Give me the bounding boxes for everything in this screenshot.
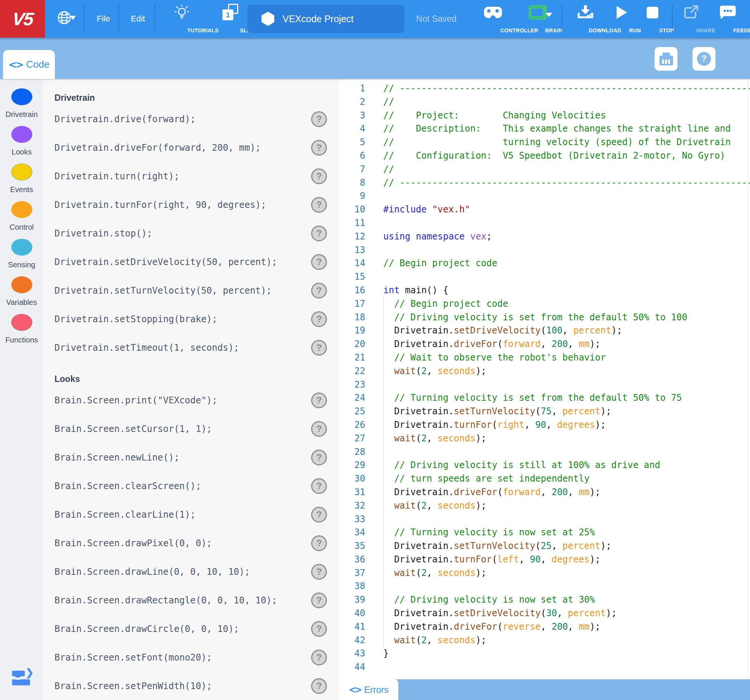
help-button[interactable]: ? xyxy=(311,478,327,494)
command-item[interactable]: Brain.Screen.newLine();? xyxy=(43,443,339,472)
category-label: Functions xyxy=(0,336,43,345)
help-button[interactable]: ? xyxy=(311,650,327,665)
help-button[interactable]: ? xyxy=(311,140,327,155)
command-item[interactable]: Brain.Screen.setCursor(1, 1);? xyxy=(43,415,339,443)
controller-button[interactable]: CONTROLLER xyxy=(467,0,519,38)
command-text: Brain.Screen.drawRectangle(0, 0, 10, 10)… xyxy=(54,595,277,606)
help-button[interactable]: ? xyxy=(311,592,327,608)
command-item[interactable]: Brain.Screen.drawPixel(0, 0);? xyxy=(43,529,339,557)
hexagon-icon xyxy=(261,12,274,26)
file-menu[interactable]: File xyxy=(87,0,120,38)
command-text: Drivetrain.setStopping(brake); xyxy=(54,314,217,325)
line-number: 10 xyxy=(339,203,365,217)
code-text: wait(2, seconds); xyxy=(383,365,487,378)
help-button[interactable]: ? xyxy=(311,311,327,327)
code-text: Drivetrain.setDriveVelocity(100, percent… xyxy=(383,324,622,338)
edit-menu[interactable]: Edit xyxy=(122,0,154,38)
code-line: 38 xyxy=(339,580,750,593)
blocks-icon[interactable]: ❯ xyxy=(9,669,34,692)
device-info-button[interactable] xyxy=(655,47,678,71)
line-number: 30 xyxy=(339,472,365,486)
sidebar-item-control[interactable]: Control xyxy=(0,201,43,232)
help-button[interactable]: ? xyxy=(311,254,327,270)
line-number: 20 xyxy=(339,338,365,351)
command-item[interactable]: Drivetrain.setTurnVelocity(50, percent);… xyxy=(43,276,339,305)
help-button[interactable]: ? xyxy=(311,564,327,580)
code-text: wait(2, seconds); xyxy=(383,499,487,513)
share-button[interactable]: SHARE xyxy=(676,0,705,38)
brain-chevron-down-icon[interactable] xyxy=(546,13,552,17)
code-text: } xyxy=(383,647,389,660)
line-number: 34 xyxy=(339,526,365,540)
help-button[interactable]: ? xyxy=(311,678,327,694)
download-button[interactable]: DOWNLOAD xyxy=(566,0,605,38)
help-button[interactable]: ? xyxy=(311,111,327,127)
command-item[interactable]: Brain.Screen.drawCircle(0, 0, 10);? xyxy=(43,615,339,643)
code-editor[interactable]: 1// ------------------------------------… xyxy=(339,79,750,700)
sidebar-item-sensing[interactable]: Sensing xyxy=(0,239,43,269)
feedback-label: FEEDBACK xyxy=(728,28,750,34)
help-button[interactable]: ? xyxy=(311,340,327,355)
code-text: // turning velocity (speed) of the Drive… xyxy=(383,136,731,149)
sidebar-item-events[interactable]: Events xyxy=(0,163,43,194)
category-label: Sensing xyxy=(0,260,43,269)
line-number: 23 xyxy=(339,378,365,392)
language-menu[interactable] xyxy=(48,0,80,38)
command-item[interactable]: Drivetrain.turn(right);? xyxy=(43,162,339,191)
line-number: 43 xyxy=(339,647,365,660)
tutorials-button[interactable]: TUTORIALS xyxy=(161,0,203,38)
command-item[interactable]: Drivetrain.setStopping(brake);? xyxy=(43,305,339,334)
project-name-button[interactable]: VEXcode Project xyxy=(247,5,404,33)
command-item[interactable]: Brain.Screen.print("VEXcode");? xyxy=(43,386,339,415)
help-button[interactable]: ? xyxy=(311,535,327,551)
sidebar-item-drivetrain[interactable]: Drivetrain xyxy=(0,88,43,119)
v5-logo-text: V5 xyxy=(11,9,34,29)
feedback-button[interactable]: FEEDBACK xyxy=(707,0,748,38)
sidebar-item-functions[interactable]: Functions xyxy=(0,314,43,345)
help-button[interactable]: ? xyxy=(311,450,327,465)
help-button[interactable]: ? xyxy=(311,197,327,213)
command-item[interactable]: Brain.Screen.drawRectangle(0, 0, 10, 10)… xyxy=(43,586,339,615)
palette-section-title: Drivetrain xyxy=(54,92,339,104)
command-item[interactable]: Drivetrain.setDriveVelocity(50, percent)… xyxy=(43,248,339,276)
brain-button[interactable]: BRAIN xyxy=(521,0,554,38)
code-line: 1// ------------------------------------… xyxy=(339,82,750,95)
sidebar-item-looks[interactable]: Looks xyxy=(0,126,43,156)
command-item[interactable]: Drivetrain.setTimeout(1, seconds);? xyxy=(43,334,339,362)
help-button[interactable]: ? xyxy=(311,392,327,408)
code-tab-label: Code xyxy=(26,58,49,70)
help-button[interactable]: ? xyxy=(311,507,327,523)
command-text: Drivetrain.setDriveVelocity(50, percent)… xyxy=(54,257,277,267)
command-item[interactable]: Drivetrain.turnFor(right, 90, degrees);? xyxy=(43,191,339,219)
run-button[interactable]: RUN xyxy=(609,0,635,38)
tab-code[interactable]: <> Code xyxy=(3,50,55,79)
code-line: 6// Configuration: V5 Speedbot (Drivetra… xyxy=(339,149,750,163)
code-text: wait(2, seconds); xyxy=(383,634,487,648)
line-number: 37 xyxy=(339,566,365,580)
command-item[interactable]: Brain.Screen.clearScreen();? xyxy=(43,472,339,500)
code-line: 28 xyxy=(339,446,750,459)
help-button-top[interactable]: ? xyxy=(693,47,715,71)
command-item[interactable]: Brain.Screen.clearLine(1);? xyxy=(43,500,339,529)
help-button[interactable]: ? xyxy=(311,621,327,637)
command-item[interactable]: Brain.Screen.drawLine(0, 0, 10, 10);? xyxy=(43,557,339,586)
line-number: 4 xyxy=(339,122,365,136)
toolbar-divider xyxy=(118,5,119,32)
help-button[interactable]: ? xyxy=(311,226,327,242)
command-item[interactable]: Drivetrain.driveFor(forward, 200, mm);? xyxy=(43,134,339,162)
command-item[interactable]: Brain.Screen.setFont(mono20);? xyxy=(43,643,339,672)
sidebar-item-variables[interactable]: Variables xyxy=(0,276,43,307)
help-button[interactable]: ? xyxy=(311,168,327,184)
toolbar-divider xyxy=(83,5,84,32)
help-button[interactable]: ? xyxy=(311,421,327,437)
code-line: 15 xyxy=(339,270,750,284)
code-line: 20 Drivetrain.driveFor(forward, 200, mm)… xyxy=(339,338,750,351)
help-button[interactable]: ? xyxy=(311,283,327,298)
slot-button[interactable]: 1 SLOT xyxy=(213,0,247,38)
stop-button[interactable]: STOP xyxy=(638,0,667,38)
command-item[interactable]: Drivetrain.drive(forward);? xyxy=(43,105,339,134)
command-item[interactable]: Drivetrain.stop();? xyxy=(43,219,339,248)
command-item[interactable]: Brain.Screen.setPenWidth(10);? xyxy=(43,672,339,700)
tab-errors[interactable]: <> Errors xyxy=(339,679,398,700)
toolbar-divider xyxy=(154,5,155,32)
